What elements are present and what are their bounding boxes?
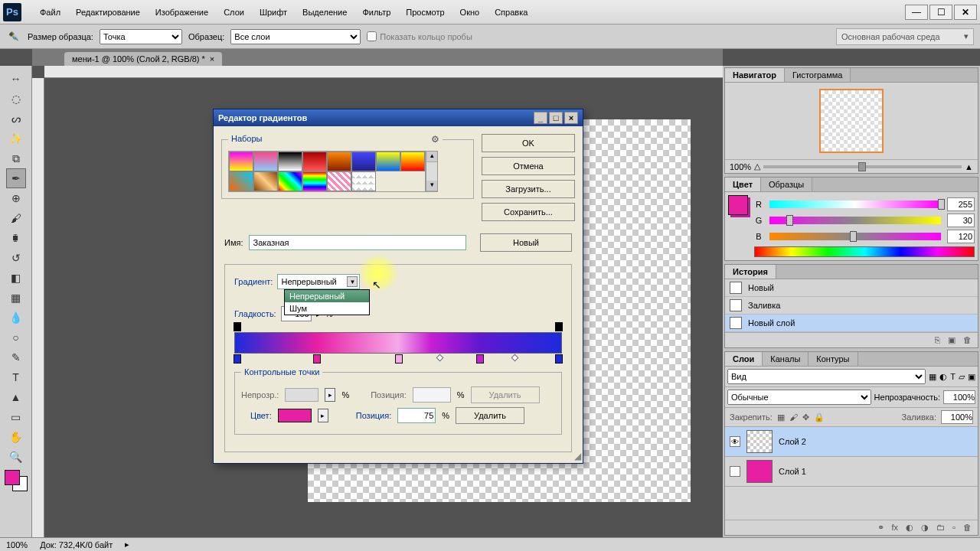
mask-icon[interactable]: ◐ bbox=[906, 523, 913, 533]
brush-tool[interactable]: 🖌 bbox=[6, 208, 26, 228]
gradient-bar[interactable] bbox=[234, 332, 562, 354]
history-item[interactable]: Заливка bbox=[725, 297, 978, 315]
dialog-min-button[interactable]: _ bbox=[534, 112, 547, 124]
adj-icon[interactable]: ◑ bbox=[921, 523, 929, 533]
color-stop[interactable] bbox=[476, 354, 484, 364]
crop-tool[interactable]: ⧉ bbox=[6, 148, 26, 168]
lock-pos-icon[interactable]: ✥ bbox=[802, 412, 809, 422]
cp-color-chip[interactable] bbox=[278, 409, 312, 422]
preset-swatch[interactable] bbox=[327, 152, 351, 171]
shape-tool[interactable]: ▭ bbox=[6, 407, 26, 427]
pen-tool[interactable]: ✎ bbox=[6, 347, 26, 367]
preset-swatch[interactable] bbox=[302, 152, 327, 171]
menu-image[interactable]: Изображение bbox=[149, 5, 214, 20]
filter-type-icon[interactable]: T bbox=[950, 372, 956, 381]
maximize-button[interactable]: ☐ bbox=[929, 5, 952, 20]
doctab-close-icon[interactable]: × bbox=[210, 54, 214, 64]
navigator-thumbnail[interactable] bbox=[819, 89, 884, 153]
color-stop[interactable] bbox=[234, 354, 241, 364]
hand-tool[interactable]: ✋ bbox=[6, 427, 26, 447]
document-tab[interactable]: мени-1 @ 100% (Слой 2, RGB/8) * × bbox=[64, 52, 222, 66]
status-arrow-icon[interactable]: ▸ bbox=[125, 540, 129, 549]
channels-tab[interactable]: Каналы bbox=[763, 352, 808, 366]
status-zoom[interactable]: 100% bbox=[6, 540, 28, 549]
ok-button[interactable]: OK bbox=[482, 134, 575, 152]
menu-type[interactable]: Шрифт bbox=[253, 5, 293, 20]
zoom-out-icon[interactable]: △ bbox=[754, 161, 760, 171]
layer-name[interactable]: Слой 1 bbox=[779, 467, 806, 476]
group-icon[interactable]: 🗀 bbox=[936, 523, 945, 533]
preset-swatch[interactable] bbox=[327, 171, 351, 191]
presets-gear-icon[interactable]: ⚙ bbox=[431, 134, 439, 145]
filter-img-icon[interactable]: ▦ bbox=[929, 372, 936, 382]
dropdown-option-solid[interactable]: Непрерывный bbox=[285, 290, 369, 302]
path-select-tool[interactable]: ▲ bbox=[6, 387, 26, 407]
preset-swatch[interactable] bbox=[229, 171, 253, 191]
g-slider[interactable] bbox=[769, 217, 941, 224]
load-button[interactable]: Загрузить... bbox=[482, 180, 575, 198]
navigator-tab[interactable]: Навигатор bbox=[725, 68, 785, 82]
filter-shape-icon[interactable]: ▱ bbox=[959, 372, 965, 382]
workspace-switcher[interactable]: Основная рабочая среда ▾ bbox=[836, 28, 974, 45]
layer-filter-select[interactable]: Вид bbox=[727, 369, 926, 384]
layers-tab[interactable]: Слои bbox=[725, 352, 763, 366]
heal-tool[interactable]: ⊕ bbox=[6, 188, 26, 208]
show-ring-checkbox[interactable] bbox=[367, 31, 377, 41]
preset-swatch[interactable] bbox=[376, 152, 400, 171]
color-current-swatch[interactable] bbox=[728, 195, 748, 215]
zoom-tool[interactable]: 🔍 bbox=[6, 447, 26, 467]
b-input[interactable] bbox=[947, 230, 975, 243]
eyedropper-tool[interactable]: ✒ bbox=[6, 168, 26, 188]
blend-mode-select[interactable]: Обычные bbox=[727, 390, 871, 405]
preset-swatch[interactable] bbox=[302, 171, 327, 191]
tool-preset-icon[interactable]: ✒️ bbox=[6, 29, 21, 44]
close-button[interactable]: ✕ bbox=[954, 5, 977, 20]
menu-layer[interactable]: Слои bbox=[217, 5, 250, 20]
color-swatches[interactable] bbox=[5, 470, 28, 491]
swatches-tab[interactable]: Образцы bbox=[761, 178, 812, 191]
gradient-type-select[interactable]: Непрерывный ▼ bbox=[277, 274, 360, 289]
midpoint-handle[interactable] bbox=[511, 354, 519, 362]
spectrum-ramp[interactable] bbox=[754, 246, 975, 257]
preset-scrollbar[interactable]: ▴▾ bbox=[426, 151, 438, 192]
dialog-close-button[interactable]: × bbox=[564, 112, 578, 124]
layer-item[interactable]: Слой 1 bbox=[725, 457, 978, 487]
paths-tab[interactable]: Контуры bbox=[808, 352, 858, 366]
zoom-in-icon[interactable]: ▲ bbox=[965, 162, 973, 171]
save-button[interactable]: Сохранить... bbox=[482, 203, 575, 221]
filter-adj-icon[interactable]: ◐ bbox=[939, 372, 947, 382]
r-slider[interactable] bbox=[769, 201, 941, 208]
sample-size-select[interactable]: Точка bbox=[100, 29, 182, 44]
preset-swatch[interactable] bbox=[229, 152, 253, 171]
fg-swatch[interactable] bbox=[5, 470, 20, 485]
fx-icon[interactable]: fx bbox=[892, 523, 899, 533]
resize-grip[interactable]: ◢ bbox=[574, 451, 581, 461]
filter-smart-icon[interactable]: ▣ bbox=[968, 372, 975, 382]
trash-icon[interactable]: 🗑 bbox=[963, 523, 972, 533]
opacity-stop[interactable] bbox=[234, 322, 241, 331]
preset-swatch[interactable] bbox=[278, 171, 302, 191]
history-snapshot-icon[interactable]: ⎘ bbox=[935, 335, 940, 345]
move-tool[interactable]: ↔ bbox=[6, 69, 26, 89]
link-icon[interactable]: ⚭ bbox=[877, 523, 884, 533]
history-camera-icon[interactable]: ▣ bbox=[948, 335, 956, 345]
color-stop[interactable] bbox=[313, 354, 321, 364]
midpoint-handle[interactable] bbox=[436, 354, 444, 362]
nav-zoom-slider[interactable] bbox=[763, 165, 962, 168]
dodge-tool[interactable]: ○ bbox=[6, 328, 26, 347]
r-input[interactable] bbox=[947, 197, 975, 211]
fill-input[interactable] bbox=[941, 410, 973, 424]
dialog-titlebar[interactable]: Редактор градиентов _ □ × bbox=[214, 109, 583, 126]
sample-src-select[interactable]: Все слои bbox=[230, 29, 361, 44]
menu-filter[interactable]: Фильтр bbox=[356, 5, 397, 20]
lock-all-icon[interactable]: 🔒 bbox=[814, 412, 825, 422]
layer-item[interactable]: 👁 Слой 2 bbox=[725, 427, 978, 457]
g-input[interactable] bbox=[947, 214, 975, 227]
b-slider[interactable] bbox=[769, 233, 941, 240]
lasso-tool[interactable]: ᔕ bbox=[6, 109, 26, 129]
name-input[interactable] bbox=[249, 235, 466, 250]
preset-swatch[interactable] bbox=[253, 171, 278, 191]
marquee-tool[interactable]: ◌ bbox=[6, 89, 26, 109]
minimize-button[interactable]: — bbox=[905, 5, 928, 20]
history-brush-tool[interactable]: ↺ bbox=[6, 248, 26, 268]
